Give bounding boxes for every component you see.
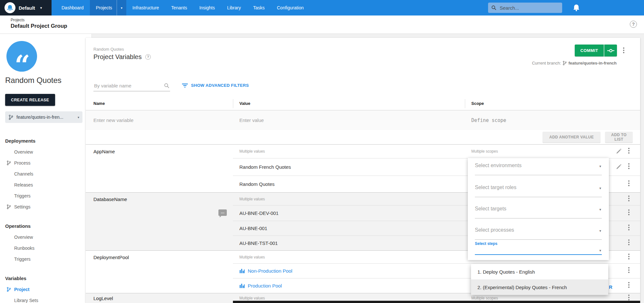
search-box[interactable] [488, 3, 562, 13]
nav-item-projects[interactable]: Projects [90, 0, 117, 15]
row-overflow-menu-icon[interactable] [628, 254, 630, 255]
sidebar-item-overview[interactable]: Overview [0, 232, 92, 243]
col-header-value: Value [239, 101, 250, 106]
sidebar-item-label: Overview [14, 149, 33, 155]
add-another-value-button[interactable]: ADD ANOTHER VALUE [543, 132, 601, 143]
edit-pencil-icon[interactable] [616, 164, 621, 170]
step-option-1[interactable]: 1. Deploy Quotes - English [471, 264, 608, 279]
chevron-down-icon[interactable]: ▾ [599, 248, 601, 253]
title-help-icon[interactable]: ? [145, 54, 151, 60]
nav-item-library[interactable]: Library [221, 0, 247, 15]
value-summary: Multiple values [239, 255, 265, 259]
chevron-down-icon[interactable]: ▾ [599, 186, 601, 190]
row-overflow-menu-icon[interactable] [628, 196, 630, 197]
scope-select-processes[interactable]: Select processes [475, 227, 602, 233]
scope-summary: Multiple scopes [471, 296, 498, 300]
new-variable-scope-input[interactable]: Define scope [471, 117, 506, 123]
help-icon[interactable]: ? [630, 21, 637, 28]
branch-icon [6, 204, 11, 209]
octopus-logo-icon [5, 2, 15, 13]
sidebar-item-project[interactable]: Project [0, 284, 92, 295]
row-overflow-menu-icon[interactable] [628, 163, 630, 165]
variable-value[interactable]: AU-BNE-DEV-001 [239, 210, 279, 216]
variable-value[interactable]: AU-BNE-TST-001 [239, 240, 278, 246]
space-name: Default [19, 5, 35, 11]
show-advanced-filters-link[interactable]: SHOW ADVANCED FILTERS [182, 83, 249, 88]
search-input[interactable] [499, 5, 554, 11]
scope-editor-panel: Select environments▾Select target roles▾… [468, 158, 609, 260]
search-icon [164, 83, 169, 88]
variable-group-appname: AppNameMultiple valuesMultiple scopes [86, 144, 640, 158]
row-overflow-menu-icon[interactable] [628, 225, 630, 226]
row-overflow-menu-icon[interactable] [628, 180, 630, 182]
sidebar-item-triggers[interactable]: Triggers [0, 254, 92, 265]
add-to-list-button[interactable]: ADD TO LIST [605, 132, 633, 143]
commit-button[interactable]: COMMIT [575, 45, 604, 56]
nav-item-dashboard[interactable]: Dashboard [55, 0, 90, 15]
chevron-down-icon[interactable]: ▾ [599, 229, 601, 233]
sidebar-section-variables: Variables [0, 273, 92, 284]
new-variable-value-input[interactable]: Enter value [239, 117, 264, 123]
new-variable-name-input[interactable]: Enter new variable [93, 117, 133, 123]
comment-icon[interactable]: … [218, 209, 227, 216]
variable-filter [93, 80, 170, 91]
branch-selector[interactable]: feature/quotes-in-fren... ▾ [5, 111, 82, 123]
row-overflow-menu-icon[interactable] [628, 267, 630, 268]
sidebar-item-runbooks[interactable]: Runbooks [0, 243, 92, 254]
sidebar-item-releases[interactable]: Releases [0, 179, 92, 190]
nav-item-insights[interactable]: Insights [193, 0, 221, 15]
row-overflow-menu-icon[interactable] [628, 239, 630, 241]
scope-summary: Multiple scopes [471, 149, 498, 154]
row-overflow-menu-icon[interactable] [628, 295, 630, 296]
column-divider [465, 99, 465, 108]
row-overflow-menu-icon[interactable] [628, 282, 630, 283]
sidebar-item-process[interactable]: Process [0, 157, 92, 168]
nav-item-infrastructure[interactable]: Infrastructure [126, 0, 165, 15]
chevron-down-icon[interactable]: ▾ [599, 164, 601, 168]
variable-value[interactable]: Random French Quotes [239, 164, 291, 170]
row-overflow-menu-icon[interactable] [628, 148, 630, 149]
overflow-menu-icon[interactable] [623, 47, 624, 49]
select-underline [475, 175, 602, 175]
commit-options-button[interactable] [604, 45, 617, 56]
branch-icon [6, 287, 11, 292]
variable-value[interactable]: AU-BNE-001 [239, 226, 267, 231]
create-release-button[interactable]: CREATE RELEASE [5, 94, 55, 106]
current-branch-label: Current branch: [532, 61, 561, 66]
step-option-2[interactable]: 2. (Experimental) Deploy Quotes - French [471, 279, 608, 295]
breadcrumb[interactable]: Projects [11, 18, 24, 22]
variable-name: AppName [93, 149, 115, 154]
scope-select-targets[interactable]: Select targets [475, 206, 602, 212]
new-variable-row: Enter new variable Enter value Define sc… [86, 110, 640, 130]
sidebar-item-channels[interactable]: Channels [0, 168, 92, 179]
edit-pencil-icon[interactable] [616, 149, 621, 154]
nav-item-configuration[interactable]: Configuration [271, 0, 310, 15]
top-nav: Default ▾ DashboardProjects▾Infrastructu… [0, 0, 644, 15]
variable-filter-input[interactable] [93, 80, 158, 89]
octopus-app: Default ▾ DashboardProjects▾Infrastructu… [0, 0, 644, 303]
sidebar-item-overview[interactable]: Overview [0, 146, 92, 157]
scope-select-steps-label[interactable]: Select steps [475, 241, 497, 246]
sidebar-item-library-sets[interactable]: Library Sets [0, 295, 92, 303]
sidebar-item-triggers[interactable]: Triggers [0, 190, 92, 201]
scope-select-environments[interactable]: Select environments [475, 163, 602, 168]
row-overflow-menu-icon[interactable] [628, 209, 630, 211]
chevron-down-icon[interactable]: ▾ [599, 207, 601, 212]
nav-item-tenants[interactable]: Tenants [165, 0, 193, 15]
branch-selector-label: feature/quotes-in-fren... [16, 115, 74, 120]
pool-link[interactable]: Production Pool [239, 283, 282, 288]
steps-focused-underline [475, 254, 602, 255]
nav-item-tasks[interactable]: Tasks [247, 0, 271, 15]
space-switcher[interactable]: Default ▾ [0, 0, 52, 15]
sidebar-item-label: Triggers [14, 257, 31, 262]
scope-select-target-roles[interactable]: Select target roles [475, 185, 602, 190]
variable-value[interactable]: Random Quotes [239, 181, 274, 187]
sidebar-item-settings[interactable]: Settings [0, 201, 92, 212]
chevron-down-icon: ▾ [78, 116, 79, 119]
pool-link[interactable]: Non-Production Pool [239, 268, 292, 274]
nav-item-caret-icon[interactable]: ▾ [117, 0, 126, 15]
notifications-bell-icon[interactable] [573, 4, 580, 12]
branch-icon [8, 115, 13, 120]
bottom-editor-strip [233, 301, 640, 303]
row-divider [233, 263, 640, 264]
